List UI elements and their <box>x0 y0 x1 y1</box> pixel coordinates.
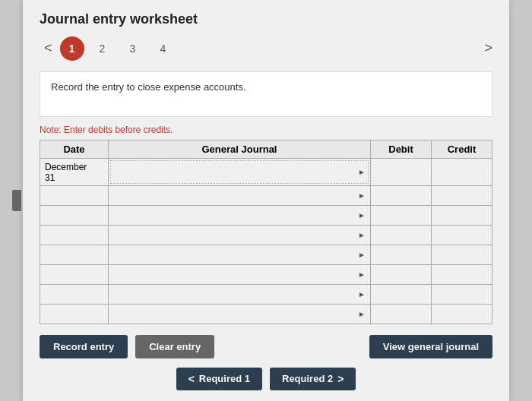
col-header-debit: Debit <box>371 140 432 158</box>
tab-3[interactable]: 3 <box>121 36 145 61</box>
required-2-button[interactable]: Required 2 > <box>270 368 356 390</box>
date-cell-5 <box>40 245 109 264</box>
credit-cell-5[interactable] <box>432 245 492 264</box>
debit-cell-5[interactable] <box>371 245 432 264</box>
credit-cell-2[interactable] <box>432 185 492 205</box>
journal-cell-8[interactable]: ► <box>109 304 371 324</box>
journal-cell-6[interactable]: ► <box>109 264 371 284</box>
col-header-credit: Credit <box>432 140 492 158</box>
date-cell-6 <box>40 264 109 284</box>
journal-table: Date General Journal Debit Credit Decemb… <box>40 140 492 324</box>
date-cell-1: December31 <box>40 158 109 185</box>
date-cell-8 <box>40 304 109 324</box>
left-arrow-icon: < <box>188 373 195 385</box>
nav-left-arrow[interactable]: < <box>40 40 57 56</box>
table-row: ► <box>40 225 492 245</box>
debit-cell-8[interactable] <box>371 304 432 324</box>
required-1-label: Required 1 <box>199 373 250 384</box>
record-entry-button[interactable]: Record entry <box>40 335 128 358</box>
nav-tabs: < 1 2 3 4 > <box>40 36 492 61</box>
required-1-button[interactable]: < Required 1 <box>176 368 262 390</box>
credit-cell-4[interactable] <box>432 225 492 245</box>
debit-cell-7[interactable] <box>371 284 432 304</box>
date-cell-3 <box>40 205 109 225</box>
required-row: < Required 1 Required 2 > <box>40 368 492 390</box>
right-arrow-icon: > <box>337 373 344 385</box>
tab-2[interactable]: 2 <box>90 36 115 61</box>
view-general-journal-button[interactable]: View general journal <box>369 335 492 358</box>
journal-cell-3[interactable]: ► <box>109 205 371 225</box>
table-row: ► <box>40 264 492 284</box>
journal-cell-5[interactable]: ► <box>109 245 371 264</box>
table-row: ► <box>40 185 492 205</box>
date-cell-2 <box>40 185 109 205</box>
note-text: Note: Enter debits before credits. <box>40 125 492 135</box>
debit-cell-2[interactable] <box>371 185 432 205</box>
debit-cell-6[interactable] <box>371 264 432 284</box>
journal-cell-2[interactable]: ► <box>109 185 371 205</box>
clear-entry-button[interactable]: Clear entry <box>135 335 214 358</box>
credit-cell-3[interactable] <box>432 205 492 225</box>
table-row: ► <box>40 284 492 304</box>
col-header-journal: General Journal <box>109 140 371 158</box>
credit-cell-6[interactable] <box>432 264 492 284</box>
table-row: ► <box>40 245 492 264</box>
left-marker <box>12 190 21 211</box>
table-row: December31 ► <box>40 158 492 185</box>
page-title: Journal entry worksheet <box>40 11 492 27</box>
tab-4[interactable]: 4 <box>151 36 176 61</box>
credit-cell-8[interactable] <box>432 304 492 324</box>
journal-cell-7[interactable]: ► <box>109 284 371 304</box>
nav-right-arrow[interactable]: > <box>484 40 492 56</box>
instruction-box: Record the entry to close expense accoun… <box>40 71 492 117</box>
debit-cell-3[interactable] <box>371 205 432 225</box>
credit-cell-7[interactable] <box>432 284 492 304</box>
buttons-row: Record entry Clear entry View general jo… <box>40 335 492 358</box>
journal-cell-4[interactable]: ► <box>109 225 371 245</box>
table-row: ► <box>40 304 492 324</box>
debit-cell-1[interactable] <box>371 158 432 185</box>
tab-1[interactable]: 1 <box>60 36 84 61</box>
date-cell-7 <box>40 284 109 304</box>
debit-cell-4[interactable] <box>371 225 432 245</box>
col-header-date: Date <box>40 140 109 158</box>
credit-cell-1[interactable] <box>432 158 492 185</box>
table-row: ► <box>40 205 492 225</box>
instruction-text: Record the entry to close expense accoun… <box>51 81 246 93</box>
date-cell-4 <box>40 225 109 245</box>
main-container: Journal entry worksheet < 1 2 3 4 > Reco… <box>23 0 509 401</box>
journal-cell-1[interactable]: ► <box>109 158 371 185</box>
required-2-label: Required 2 <box>282 373 333 384</box>
